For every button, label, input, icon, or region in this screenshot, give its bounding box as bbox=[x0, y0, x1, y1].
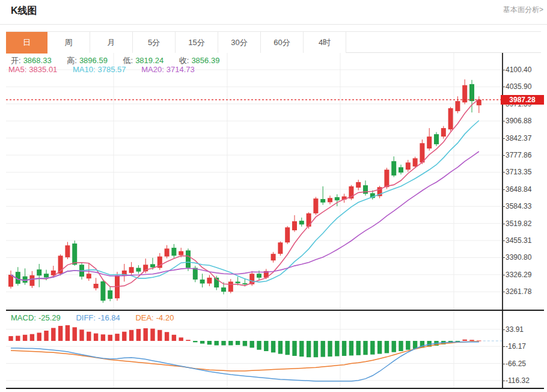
macd-bar bbox=[101, 334, 105, 341]
candle-body bbox=[399, 167, 403, 173]
macd-bar bbox=[385, 341, 389, 353]
macd-bar bbox=[51, 328, 55, 341]
axis-tick-label: 3261.78 bbox=[506, 287, 531, 296]
ma5-label: MA5: bbox=[8, 65, 26, 74]
macd-bar bbox=[73, 327, 77, 341]
axis-tick-label: -66.25 bbox=[506, 360, 526, 368]
ma-info-row: MA5:3835.01 MA10:3785.57 MA20:3714.73 bbox=[8, 65, 197, 74]
macd-bar bbox=[200, 341, 204, 344]
candle-body bbox=[335, 197, 340, 200]
candle-body bbox=[307, 213, 311, 227]
tab-5分[interactable]: 5分 bbox=[133, 32, 176, 53]
macd-bar bbox=[477, 340, 481, 341]
candle-body bbox=[384, 170, 389, 187]
candle-body bbox=[271, 254, 276, 260]
low-value: 3819.24 bbox=[135, 56, 163, 65]
macd-bar bbox=[79, 329, 84, 341]
tab-日[interactable]: 日 bbox=[6, 32, 47, 54]
macd-bar bbox=[165, 332, 169, 341]
dea-value: -4.20 bbox=[156, 313, 174, 322]
candle-body bbox=[65, 245, 70, 257]
axis-tick-mark bbox=[502, 70, 505, 70]
macd-bar bbox=[157, 330, 162, 341]
page-title: K线图 bbox=[11, 5, 37, 17]
candle-body bbox=[171, 248, 176, 256]
macd-bar bbox=[30, 334, 34, 341]
macd-bar bbox=[299, 341, 304, 357]
macd-bar bbox=[129, 330, 133, 341]
macd-bar bbox=[399, 341, 403, 351]
open-label: 开: bbox=[11, 56, 21, 65]
fundamental-analysis-link[interactable]: 基本面分析> bbox=[503, 5, 543, 15]
macd-bar bbox=[243, 341, 247, 346]
candle-body bbox=[434, 134, 439, 144]
high-label: 高: bbox=[67, 56, 77, 65]
macd-bar bbox=[370, 341, 374, 355]
tab-60分[interactable]: 60分 bbox=[261, 32, 304, 53]
macd-bar bbox=[215, 341, 219, 345]
open-value: 3868.33 bbox=[23, 56, 52, 65]
candle-body bbox=[87, 274, 91, 278]
candle-body bbox=[420, 143, 424, 162]
macd-label: MACD: bbox=[11, 313, 36, 322]
macd-bar bbox=[94, 334, 98, 341]
tab-周[interactable]: 周 bbox=[47, 32, 90, 53]
axis-tick-mark bbox=[502, 138, 505, 139]
axis-tick-label: 3648.84 bbox=[506, 185, 531, 194]
candle-body bbox=[193, 268, 198, 280]
main-candlestick-chart[interactable] bbox=[6, 53, 502, 311]
ma10-label: MA10: bbox=[73, 65, 96, 74]
candle-body bbox=[441, 128, 446, 136]
candle-body bbox=[23, 277, 28, 283]
timeframe-tab-bar: 日周月5分15分30分60分4时 bbox=[6, 31, 541, 53]
tab-月[interactable]: 月 bbox=[90, 32, 133, 53]
candle-body bbox=[94, 284, 99, 288]
macd-bar bbox=[257, 341, 261, 350]
macd-info-row: MACD:-25.29 DIFF:-16.84 DEA:-4.20 bbox=[11, 313, 176, 322]
macd-bar bbox=[44, 331, 48, 341]
ma20-value: 3714.73 bbox=[167, 65, 195, 74]
macd-bar bbox=[122, 332, 126, 341]
ma5-line bbox=[11, 99, 479, 287]
axis-tick-mark bbox=[502, 275, 505, 275]
candle-body bbox=[72, 243, 77, 265]
macd-bar bbox=[66, 325, 70, 341]
macd-bar bbox=[150, 329, 154, 341]
macd-sub-chart[interactable] bbox=[6, 311, 502, 388]
candle-body bbox=[186, 250, 191, 268]
dea-label: DEA: bbox=[135, 313, 153, 322]
tab-15分[interactable]: 15分 bbox=[176, 32, 218, 53]
candle-body bbox=[406, 162, 411, 170]
macd-value: -25.29 bbox=[38, 313, 61, 322]
candle-body bbox=[320, 199, 325, 203]
macd-bar bbox=[335, 341, 339, 357]
axis-tick-mark bbox=[502, 172, 505, 173]
tab-4时[interactable]: 4时 bbox=[304, 32, 346, 53]
axis-tick-mark bbox=[502, 155, 505, 156]
axis-tick-label: 4100.40 bbox=[506, 66, 531, 74]
candle-body bbox=[207, 278, 212, 284]
panel-separator bbox=[6, 310, 544, 311]
candle-body bbox=[391, 161, 396, 176]
macd-bar bbox=[136, 329, 141, 341]
candle-body bbox=[108, 290, 112, 299]
macd-bar bbox=[342, 341, 346, 356]
macd-bar bbox=[392, 341, 396, 352]
close-value: 3856.39 bbox=[191, 56, 219, 65]
axis-tick-mark bbox=[502, 87, 505, 87]
candle-body bbox=[356, 182, 361, 188]
macd-bar bbox=[314, 341, 318, 357]
axis-tick-label: 3584.33 bbox=[506, 202, 531, 210]
axis-tick-mark bbox=[502, 329, 505, 330]
tab-30分[interactable]: 30分 bbox=[218, 32, 261, 53]
macd-bar bbox=[8, 336, 13, 341]
header-divider bbox=[0, 24, 547, 25]
axis-tick-label: -116.32 bbox=[506, 376, 530, 385]
candle-body bbox=[278, 242, 283, 254]
ma20-label: MA20: bbox=[141, 65, 164, 74]
ma5-value: 3835.01 bbox=[29, 65, 57, 74]
macd-bar bbox=[307, 341, 311, 357]
candle-body bbox=[299, 221, 304, 224]
last-price-badge: 3987.28 bbox=[501, 95, 544, 105]
candle-body bbox=[236, 281, 240, 283]
